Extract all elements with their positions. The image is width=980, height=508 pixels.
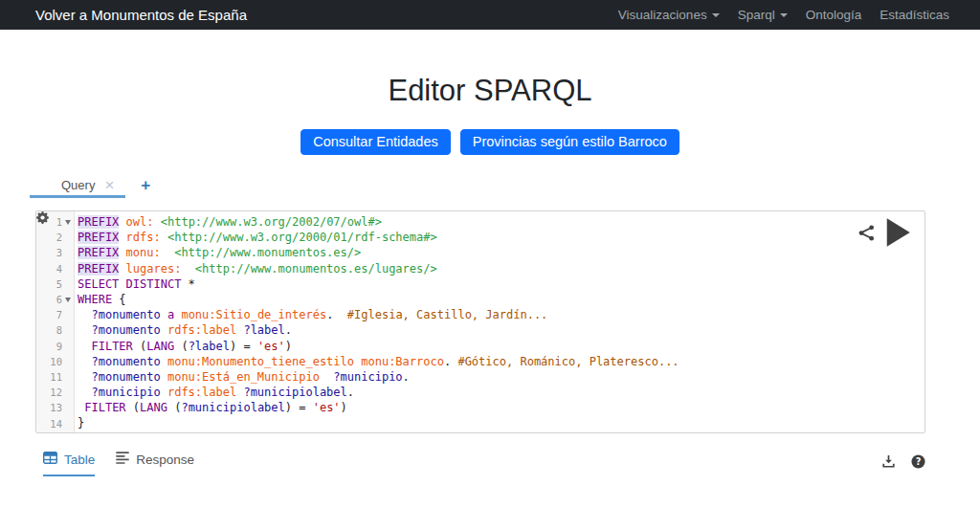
fold-slot xyxy=(62,322,74,338)
action-buttons: Consultar Entidades Provincias según est… xyxy=(0,129,980,155)
code-line: ?monumento rdfs:label ?label. xyxy=(78,322,924,338)
sparql-editor[interactable]: 1234567891011121314 PREFIX owl: <http://… xyxy=(35,210,925,433)
code-line: PREFIX monu: <http://www.monumentos.es/> xyxy=(78,245,924,260)
nav-item-ontologia[interactable]: Ontología xyxy=(806,8,862,22)
nav-item-estadisticas[interactable]: Estadísticas xyxy=(880,8,949,22)
add-tab-button[interactable]: + xyxy=(141,176,150,198)
fold-slot xyxy=(62,400,74,415)
line-number: 8 xyxy=(36,322,74,338)
code-line: ?monumento monu:Está_en_Municipio ?munic… xyxy=(78,369,924,385)
code-line: } xyxy=(78,415,924,431)
code-line: FILTER (LANG (?label) = 'es') xyxy=(78,339,924,354)
tab-query-label: Query xyxy=(61,178,95,192)
response-lines-icon xyxy=(116,452,129,467)
code-line: SELECT DISTINCT * xyxy=(78,276,924,292)
provincias-barroco-button[interactable]: Provincias según estilo Barroco xyxy=(460,129,679,155)
close-tab-icon[interactable]: × xyxy=(104,180,114,191)
fold-slot xyxy=(62,369,74,385)
results-actions: ? xyxy=(881,454,925,476)
fold-slot xyxy=(62,276,74,292)
line-number: 5 xyxy=(36,276,74,292)
fold-slot xyxy=(62,385,74,400)
code-line: FILTER (LANG (?municipiolabel) = 'es') xyxy=(78,400,924,415)
line-number: 7 xyxy=(36,307,74,322)
code-line: ?monumento monu:Monumento_tiene_estilo m… xyxy=(78,354,924,369)
consultar-entidades-button[interactable]: Consultar Entidades xyxy=(301,129,451,155)
fold-slot xyxy=(62,261,74,276)
query-tabs: Query × + xyxy=(30,175,980,198)
fold-slot xyxy=(62,339,74,354)
fold-slot xyxy=(62,230,74,245)
fold-slot xyxy=(62,307,74,322)
line-number: 3 xyxy=(36,245,74,260)
line-number: 4 xyxy=(36,261,74,276)
settings-gear-icon[interactable] xyxy=(36,211,49,224)
tab-query[interactable]: Query × xyxy=(30,175,125,198)
editor-section: 1234567891011121314 PREFIX owl: <http://… xyxy=(0,210,980,433)
nav-item-visualizaciones[interactable]: Visualizaciones xyxy=(618,8,720,22)
navbar-menu: VisualizacionesSparqlOntologíaEstadístic… xyxy=(618,8,949,22)
chevron-down-icon xyxy=(780,13,788,17)
run-query-button[interactable] xyxy=(883,216,912,249)
line-number: 13 xyxy=(36,400,74,415)
line-number: 12 xyxy=(36,385,74,400)
table-icon xyxy=(43,452,57,467)
tab-table[interactable]: Table xyxy=(43,452,95,476)
tab-response[interactable]: Response xyxy=(116,452,194,476)
svg-text:?: ? xyxy=(916,456,922,467)
nav-item-label: Estadísticas xyxy=(880,8,949,22)
page-title: Editor SPARQL xyxy=(0,74,980,108)
fold-arrow-icon[interactable] xyxy=(62,292,74,307)
code-line: ?municipio rdfs:label ?municipiolabel. xyxy=(78,385,924,400)
chevron-down-icon xyxy=(712,13,720,17)
fold-slot xyxy=(62,415,74,431)
fold-slot xyxy=(62,354,74,369)
fold-arrow-icon[interactable] xyxy=(62,214,74,230)
tab-table-label: Table xyxy=(64,453,95,467)
download-icon[interactable] xyxy=(881,454,896,469)
line-number: 2 xyxy=(36,230,74,245)
fold-slot xyxy=(62,245,74,260)
results-bar: Table Response ? xyxy=(43,448,925,476)
editor-actions xyxy=(858,216,912,249)
code-line: ?monumento a monu:Sitio_de_interés. #Igl… xyxy=(78,307,924,322)
code-line: PREFIX lugares: <http://www.monumentos.e… xyxy=(78,261,924,276)
navbar-brand[interactable]: Volver a Monumentos de España xyxy=(35,7,247,23)
nav-item-label: Sparql xyxy=(738,8,775,22)
line-number: 10 xyxy=(36,354,74,369)
editor-gutter: 1234567891011121314 xyxy=(36,211,75,432)
code-line: WHERE { xyxy=(78,292,924,307)
navbar: Volver a Monumentos de España Visualizac… xyxy=(0,0,980,30)
help-icon[interactable]: ? xyxy=(911,454,925,469)
line-number: 11 xyxy=(36,369,74,385)
nav-item-label: Visualizaciones xyxy=(618,8,707,22)
line-number: 6 xyxy=(36,292,74,307)
line-number: 9 xyxy=(36,339,74,354)
code-line: PREFIX owl: <http://www.w3.org/2002/07/o… xyxy=(78,214,924,230)
tab-response-label: Response xyxy=(136,453,194,467)
nav-item-label: Ontología xyxy=(806,8,862,22)
code-line: PREFIX rdfs: <http://www.w3.org/2000/01/… xyxy=(78,230,924,245)
share-icon[interactable] xyxy=(858,224,876,242)
editor-code[interactable]: PREFIX owl: <http://www.w3.org/2002/07/o… xyxy=(75,211,924,432)
line-number: 14 xyxy=(36,415,74,431)
nav-item-sparql[interactable]: Sparql xyxy=(738,8,788,22)
